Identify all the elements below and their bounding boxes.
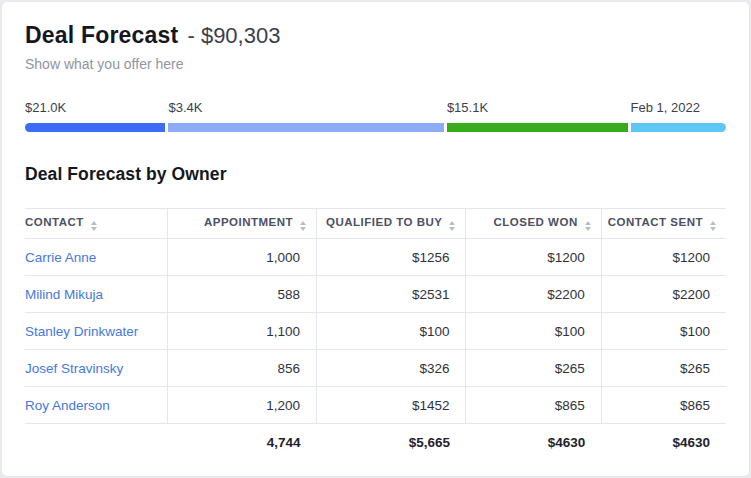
deal-forecast-card: Deal Forecast- $90,303 Show what you off…: [2, 2, 749, 476]
table-row: Josef Stravinsky856$326$265$265: [25, 350, 726, 387]
table-cell: 856: [167, 350, 316, 387]
column-header-label: CONTACT SENT: [608, 216, 703, 228]
progress-segment-label: $15.1K: [447, 100, 628, 116]
progress-segment-label: $21.0K: [25, 100, 165, 116]
table-cell: $1452: [317, 387, 466, 424]
table-cell: $2200: [601, 276, 726, 313]
table-cell: $865: [601, 387, 726, 424]
column-header-appointment[interactable]: APPOINTMENT: [167, 209, 316, 239]
deal-forecast-table: CONTACTAPPOINTMENTQUALIFIED TO BUYCLOSED…: [25, 208, 726, 461]
table-cell: $2531: [317, 276, 466, 313]
totals-cell: 4,744: [167, 424, 316, 461]
contact-link[interactable]: Roy Anderson: [25, 398, 110, 413]
column-header-label: APPOINTMENT: [204, 216, 293, 228]
sort-icon[interactable]: [91, 221, 97, 231]
progress-segment: [25, 123, 165, 132]
column-header-contact-sent[interactable]: CONTACT SENT: [601, 209, 726, 239]
column-header-closed-won[interactable]: CLOSED WON: [466, 209, 601, 239]
page-title: Deal Forecast- $90,303: [25, 22, 726, 51]
table-row: Carrie Anne1,000$1256$1200$1200: [25, 239, 726, 276]
totals-cell: $4630: [601, 424, 726, 461]
table-cell: $100: [466, 313, 601, 350]
progress-segment-label: $3.4K: [168, 100, 443, 116]
table-cell: $100: [601, 313, 726, 350]
progress-segment: [631, 123, 727, 132]
sort-icon[interactable]: [710, 221, 716, 231]
contact-link[interactable]: Milind Mikuja: [25, 287, 103, 302]
table-cell: 1,100: [167, 313, 316, 350]
contact-link[interactable]: Stanley Drinkwater: [25, 324, 138, 339]
page-subtitle: Show what you offer here: [25, 56, 726, 72]
column-header-qualified-to-buy[interactable]: QUALIFIED TO BUY: [317, 209, 466, 239]
totals-cell: $4630: [466, 424, 601, 461]
table-row: Milind Mikuja588$2531$2200$2200: [25, 276, 726, 313]
progress-segment-labels: $21.0K$3.4K$15.1KFeb 1, 2022: [25, 100, 726, 116]
table-cell: $326: [317, 350, 466, 387]
page-title-text: Deal Forecast: [25, 22, 178, 48]
progress-segment: [168, 123, 443, 132]
totals-cell: $5,665: [317, 424, 466, 461]
table-cell: $265: [466, 350, 601, 387]
column-header-contact[interactable]: CONTACT: [25, 209, 167, 239]
table-cell: 1,000: [167, 239, 316, 276]
contact-link[interactable]: Carrie Anne: [25, 250, 96, 265]
forecast-progress: $21.0K$3.4K$15.1KFeb 1, 2022: [25, 100, 726, 132]
table-row: Stanley Drinkwater1,100$100$100$100: [25, 313, 726, 350]
sort-icon[interactable]: [585, 221, 591, 231]
forecast-amount: - $90,303: [187, 23, 280, 48]
sort-icon[interactable]: [449, 221, 455, 231]
column-header-label: CONTACT: [25, 216, 84, 228]
table-cell: $2200: [466, 276, 601, 313]
progress-bar: [25, 123, 726, 132]
column-header-label: QUALIFIED TO BUY: [326, 216, 442, 228]
section-title: Deal Forecast by Owner: [25, 164, 726, 185]
table-cell: $1200: [601, 239, 726, 276]
contact-link[interactable]: Josef Stravinsky: [25, 361, 123, 376]
sort-icon[interactable]: [300, 221, 306, 231]
table-row: Roy Anderson1,200$1452$865$865: [25, 387, 726, 424]
table-cell: $265: [601, 350, 726, 387]
progress-segment-label: Feb 1, 2022: [631, 100, 727, 116]
table-cell: $100: [317, 313, 466, 350]
table-cell: 1,200: [167, 387, 316, 424]
column-header-label: CLOSED WON: [493, 216, 577, 228]
totals-cell: [25, 424, 167, 461]
progress-segment: [447, 123, 628, 132]
table-header-row: CONTACTAPPOINTMENTQUALIFIED TO BUYCLOSED…: [25, 209, 726, 239]
table-cell: 588: [167, 276, 316, 313]
table-cell: $865: [466, 387, 601, 424]
table-cell: $1200: [466, 239, 601, 276]
table-totals-row: 4,744$5,665$4630$4630: [25, 424, 726, 461]
table-cell: $1256: [317, 239, 466, 276]
